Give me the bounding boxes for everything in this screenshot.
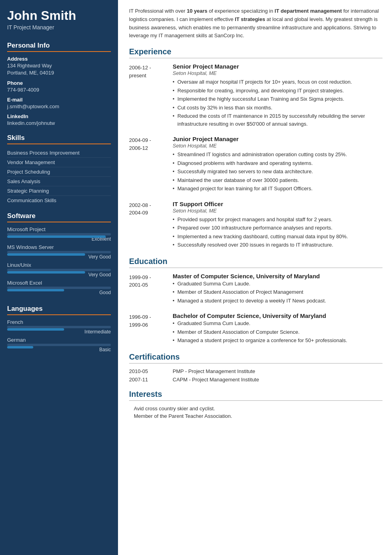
- list-item: Responsible for creating, improving, and…: [173, 87, 382, 95]
- sidebar: John Smith IT Project Manager Personal I…: [0, 0, 118, 555]
- list-item: Cut costs by 32% in less than six months…: [173, 104, 382, 112]
- list-item: Diagnosed problems with hardware and ope…: [173, 159, 382, 167]
- list-item: Implemented the highly successful Lean T…: [173, 95, 382, 103]
- phone-value: 774-987-4009: [7, 86, 111, 94]
- job-title: Junior Project Manager: [173, 136, 382, 142]
- list-item: Prepared over 100 infrastructure perform…: [173, 224, 382, 232]
- skill-bar-container: [7, 269, 111, 271]
- entry-content: Master of Computer Science, University o…: [173, 273, 382, 306]
- list-item: Microsoft Excel Good: [7, 280, 111, 295]
- address-label: Address: [7, 56, 111, 62]
- linkedin-label: LinkedIn: [7, 113, 111, 119]
- cert-text: PMP - Project Management Institute: [173, 368, 255, 374]
- education-entry: 1996-09 -1999-06 Bachelor of Computer Sc…: [129, 312, 382, 345]
- lang-bar-container: [7, 344, 111, 346]
- company-name: Seton Hospital, ME: [173, 208, 382, 214]
- sidebar-header: John Smith IT Project Manager: [0, 0, 118, 38]
- company-name: Seton Hospital, ME: [173, 70, 382, 76]
- list-item: Successfully migrated two servers to new…: [173, 168, 382, 176]
- languages-section: Languages French Intermediate German Bas…: [0, 301, 118, 358]
- languages-list: French Intermediate German Basic: [7, 319, 111, 352]
- entry-date: 2006-12 -present: [129, 63, 173, 128]
- bullet-list: Graduated Summa Cum Laude. Member of Stu…: [173, 320, 382, 344]
- list-item: Oversaw all major hospital IT projects f…: [173, 78, 382, 86]
- main-content: IT Professional with over 10 years of ex…: [118, 0, 392, 555]
- skill-bar-container: [7, 233, 111, 235]
- bullet-list: Provided support for project managers an…: [173, 216, 382, 249]
- lang-bar-fill: [7, 346, 33, 348]
- cert-entry: 2010-05 PMP - Project Management Institu…: [129, 368, 382, 374]
- company-name: Seton Hospital, ME: [173, 143, 382, 149]
- entry-content: Junior Project Manager Seton Hospital, M…: [173, 136, 382, 193]
- job-title: IT Support Officer: [173, 201, 382, 207]
- lang-bar-fill: [7, 328, 64, 331]
- languages-title: Languages: [7, 305, 111, 315]
- email-value: j.smith@uptowork.com: [7, 103, 111, 110]
- experience-entry: 2002-08 -2004-09 IT Support Officer Seto…: [129, 201, 382, 250]
- degree-title: Master of Computer Science, University o…: [173, 273, 382, 279]
- software-section: Software Microsoft Project Excellent MS …: [0, 208, 118, 301]
- list-item: Provided support for project managers an…: [173, 216, 382, 224]
- skill-bar-fill: [7, 271, 85, 274]
- education-entry: 1999-09 -2001-05 Master of Computer Scie…: [129, 273, 382, 306]
- list-item: Successfully resolved over 200 issues in…: [173, 241, 382, 249]
- software-name: Microsoft Excel: [7, 280, 111, 286]
- skill-bar-container: [7, 287, 111, 289]
- skill-bar-fill: [7, 253, 85, 256]
- address-value: 134 Rightward WayPortland, ME, 04019: [7, 62, 111, 77]
- bullet-list: Streamlined IT logistics and administrat…: [173, 151, 382, 193]
- interests-title: Interests: [129, 390, 382, 401]
- job-title: Senior Project Manager: [173, 63, 382, 70]
- software-list: Microsoft Project Excellent MS Windows S…: [7, 226, 111, 295]
- skills-section: Skills Business Process Improvement Vend…: [0, 130, 118, 208]
- list-item: Maintained the user database of over 300…: [173, 176, 382, 184]
- entry-date: 1996-09 -1999-06: [129, 312, 173, 345]
- candidate-title: IT Project Manager: [7, 24, 111, 31]
- list-item: Sales Analysis: [7, 177, 111, 186]
- list-item: Managed project for lean training for al…: [173, 185, 382, 193]
- skills-title: Skills: [7, 134, 111, 144]
- language-name: French: [7, 319, 111, 325]
- list-item: Implemented a new tracking dashboard, cu…: [173, 233, 382, 241]
- list-item: Vendor Management: [7, 158, 111, 167]
- list-item: German Basic: [7, 337, 111, 352]
- entry-date: 2004-09 -2006-12: [129, 136, 173, 193]
- list-item: Reduced the costs of IT maintenance in 2…: [173, 112, 382, 128]
- degree-title: Bachelor of Computer Science, University…: [173, 312, 382, 319]
- skill-bar-container: [7, 251, 111, 253]
- certifications-title: Certifications: [129, 352, 382, 364]
- personal-info-section: Personal Info Address 134 Rightward WayP…: [0, 38, 118, 130]
- software-name: Microsoft Project: [7, 226, 111, 232]
- list-item: Communication Skills: [7, 196, 111, 205]
- phone-label: Phone: [7, 80, 111, 86]
- list-item: Project Scheduling: [7, 167, 111, 177]
- experience-entry: 2006-12 -present Senior Project Manager …: [129, 63, 382, 128]
- experience-entry: 2004-09 -2006-12 Junior Project Manager …: [129, 136, 382, 193]
- skill-bar-fill: [7, 289, 64, 291]
- entry-date: 1999-09 -2001-05: [129, 273, 173, 306]
- linkedin-value: linkedin.com/johnutw: [7, 120, 111, 127]
- list-item: Avid cross country skier and cyclist.: [129, 406, 382, 411]
- list-item: French Intermediate: [7, 319, 111, 335]
- bullet-list: Graduated Summa Cum Laude. Member of Stu…: [173, 280, 382, 305]
- list-item: MS Windows Server Very Good: [7, 244, 111, 260]
- software-name: MS Windows Server: [7, 244, 111, 250]
- list-item: Strategic Planning: [7, 186, 111, 196]
- entry-content: Senior Project Manager Seton Hospital, M…: [173, 63, 382, 128]
- cert-text: CAPM - Project Management Institute: [173, 377, 259, 383]
- list-item: Member of the Parent Teacher Association…: [129, 413, 382, 419]
- bullet-list: Oversaw all major hospital IT projects f…: [173, 78, 382, 128]
- education-section: Education 1999-09 -2001-05 Master of Com…: [129, 257, 382, 345]
- list-item: Member of Student Association of Compute…: [173, 328, 382, 336]
- education-title: Education: [129, 257, 382, 268]
- certifications-section: Certifications 2010-05 PMP - Project Man…: [129, 352, 382, 383]
- software-title: Software: [7, 212, 111, 222]
- list-item: Member of Student Association of Project…: [173, 288, 382, 296]
- personal-info-title: Personal Info: [7, 42, 111, 52]
- lang-bar-container: [7, 326, 111, 328]
- summary-section: IT Professional with over 10 years of ex…: [129, 7, 382, 40]
- experience-title: Experience: [129, 47, 382, 58]
- cert-date: 2007-11: [129, 377, 173, 383]
- list-item: Managed a student project to develop a w…: [173, 297, 382, 305]
- skill-bar-fill: [7, 235, 106, 238]
